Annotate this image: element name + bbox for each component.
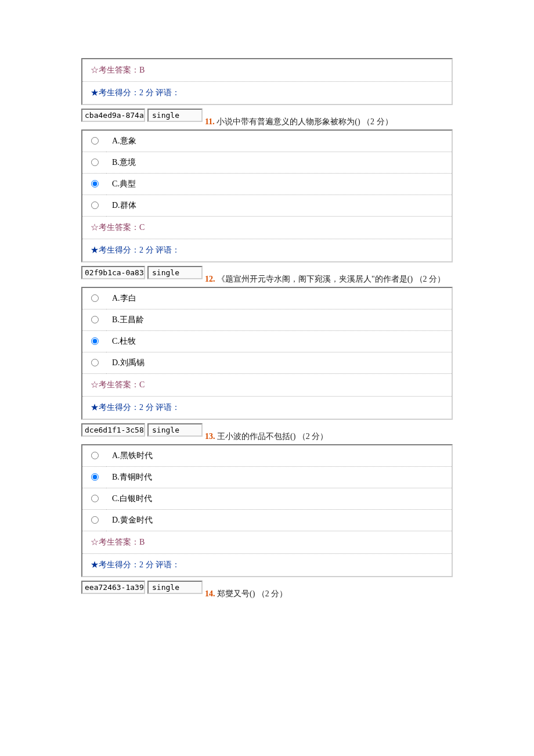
question-id-box: dce6d1f1-3c58-45f (81, 423, 145, 437)
option-label: B.王昌龄 (106, 309, 452, 331)
option-radio[interactable] (91, 495, 99, 502)
question-stem: 《题宣州开元寺水阁，阁下宛溪，夹溪居人"的作者是() (215, 275, 415, 283)
question-stem-wrap: 14. 郑燮又号() （2 分） (203, 581, 453, 599)
question-number: 11. (205, 117, 215, 126)
option-radio[interactable] (91, 294, 99, 302)
question-header: dce6d1f1-3c58-45fsingle13. 王小波的作品不包括() （… (81, 423, 453, 442)
question-stem: 王小波的作品不包括() (215, 432, 298, 441)
options-table: A.李白B.王昌龄C.杜牧D.刘禹锡☆考生答案：C★考生得分：2 分 评语： (81, 287, 453, 420)
question-points: （2 分） (362, 117, 393, 126)
question-stem: 郑燮又号() (215, 589, 257, 598)
option-row[interactable]: A.黑铁时代 (82, 445, 452, 467)
option-label: D.群体 (106, 195, 452, 217)
prev-answer-box: ☆考生答案：B ★考生得分：2 分 评语： (81, 58, 453, 105)
option-row[interactable]: A.意象 (82, 131, 452, 152)
student-answer: ☆考生答案：C (82, 217, 452, 239)
option-label: A.黑铁时代 (106, 445, 452, 467)
question-block: cba4ed9a-874a-45esingle11. 小说中带有普遍意义的人物形… (81, 109, 453, 262)
student-answer: ☆考生答案：B (82, 59, 452, 82)
question-points: （2 分） (257, 589, 288, 598)
option-radio[interactable] (91, 359, 99, 366)
question-block: eea72463-1a39-4d6single14. 郑燮又号() （2 分） (81, 581, 453, 599)
option-row[interactable]: A.李白 (82, 288, 452, 309)
question-type-box: single (147, 581, 203, 594)
question-number: 13. (205, 432, 215, 441)
option-label: B.青铜时代 (106, 467, 452, 488)
question-stem: 小说中带有普遍意义的人物形象被称为() (215, 117, 362, 126)
question-type-box: single (147, 109, 203, 122)
option-label: C.典型 (106, 174, 452, 195)
question-stem-wrap: 11. 小说中带有普遍意义的人物形象被称为() （2 分） (203, 109, 453, 127)
option-row[interactable]: C.白银时代 (82, 488, 452, 510)
option-row[interactable]: C.杜牧 (82, 331, 452, 352)
option-row[interactable]: D.刘禹锡 (82, 352, 452, 374)
page-container: ☆考生答案：B ★考生得分：2 分 评语： cba4ed9a-874a-45es… (0, 0, 534, 648)
question-points: （2 分） (415, 275, 446, 283)
question-points: （2 分） (298, 432, 329, 441)
option-row[interactable]: B.王昌龄 (82, 309, 452, 331)
options-table: A.黑铁时代B.青铜时代C.白银时代D.黄金时代☆考生答案：B★考生得分：2 分… (81, 444, 453, 577)
option-radio[interactable] (91, 516, 99, 524)
question-id-box: 02f9b1ca-0a83-459 (81, 266, 145, 279)
question-id-box: eea72463-1a39-4d6 (81, 581, 145, 594)
question-block: dce6d1f1-3c58-45fsingle13. 王小波的作品不包括() （… (81, 423, 453, 577)
question-number: 12. (205, 275, 215, 283)
option-radio[interactable] (91, 316, 99, 323)
option-label: A.意象 (106, 131, 452, 152)
option-label: C.白银时代 (106, 488, 452, 510)
question-header: cba4ed9a-874a-45esingle11. 小说中带有普遍意义的人物形… (81, 109, 453, 127)
question-type-box: single (147, 266, 203, 279)
student-score: ★考生得分：2 分 评语： (82, 554, 452, 576)
options-table: A.意象B.意境C.典型D.群体☆考生答案：C★考生得分：2 分 评语： (81, 129, 453, 262)
question-type-box: single (147, 423, 203, 437)
option-label: D.刘禹锡 (106, 352, 452, 374)
option-radio[interactable] (91, 201, 99, 209)
question-id-box: cba4ed9a-874a-45e (81, 109, 145, 122)
student-score: ★考生得分：2 分 评语： (82, 397, 452, 419)
question-block: 02f9b1ca-0a83-459single12. 《题宣州开元寺水阁，阁下宛… (81, 266, 453, 420)
student-score: ★考生得分：2 分 评语： (82, 239, 452, 261)
option-radio[interactable] (91, 159, 99, 166)
option-radio[interactable] (91, 180, 99, 188)
option-radio[interactable] (91, 137, 99, 145)
option-label: B.意境 (106, 152, 452, 174)
option-row[interactable]: B.意境 (82, 152, 452, 174)
student-score: ★考生得分：2 分 评语： (82, 82, 452, 104)
option-row[interactable]: B.青铜时代 (82, 467, 452, 488)
option-row[interactable]: D.群体 (82, 195, 452, 217)
question-header: eea72463-1a39-4d6single14. 郑燮又号() （2 分） (81, 581, 453, 599)
question-number: 14. (205, 589, 215, 598)
option-row[interactable]: D.黄金时代 (82, 510, 452, 531)
student-answer: ☆考生答案：C (82, 374, 452, 397)
question-stem-wrap: 12. 《题宣州开元寺水阁，阁下宛溪，夹溪居人"的作者是() （2 分） (203, 266, 453, 285)
option-radio[interactable] (91, 473, 99, 481)
question-header: 02f9b1ca-0a83-459single12. 《题宣州开元寺水阁，阁下宛… (81, 266, 453, 285)
option-label: C.杜牧 (106, 331, 452, 352)
student-answer: ☆考生答案：B (82, 531, 452, 554)
option-label: A.李白 (106, 288, 452, 309)
option-row[interactable]: C.典型 (82, 174, 452, 195)
option-label: D.黄金时代 (106, 510, 452, 531)
question-stem-wrap: 13. 王小波的作品不包括() （2 分） (203, 423, 453, 442)
option-radio[interactable] (91, 337, 99, 345)
option-radio[interactable] (91, 452, 99, 459)
